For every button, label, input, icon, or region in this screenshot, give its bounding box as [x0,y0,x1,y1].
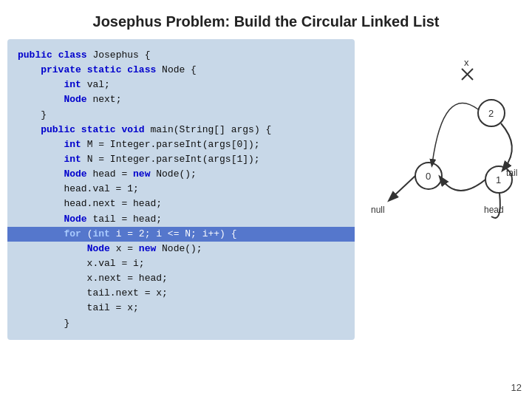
svg-text:x: x [464,57,469,68]
diagram-panel: x 2 1 0 null tail head [362,39,525,340]
svg-text:2: 2 [488,108,494,119]
svg-text:0: 0 [426,171,431,182]
page-title: Josephus Problem: Build the Circular Lin… [0,0,532,39]
svg-text:1: 1 [496,174,501,185]
svg-text:null: null [371,205,385,215]
linked-list-diagram: x 2 1 0 null tail head [362,54,532,276]
code-panel: public class Josephus { private static c… [7,39,355,340]
svg-text:tail: tail [506,168,517,178]
svg-line-9 [392,176,415,198]
slide-number: 12 [511,382,522,393]
